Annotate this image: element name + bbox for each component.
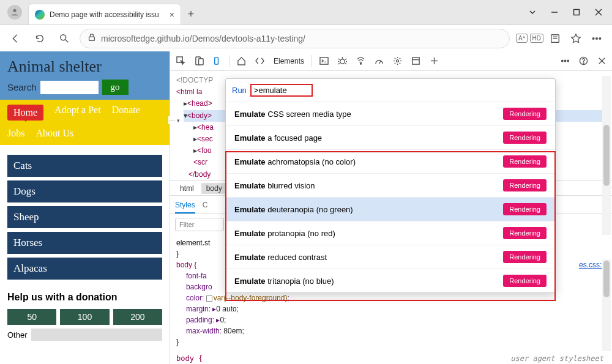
search-icon[interactable] [55, 29, 73, 48]
minimize-button[interactable] [545, 4, 564, 21]
nav-about[interactable]: About Us [35, 128, 73, 139]
svg-rect-7 [89, 37, 95, 40]
animal-item[interactable]: Alpacas [7, 258, 162, 280]
computed-tab[interactable]: C [203, 201, 208, 209]
titlebar: Demo page with accessibility issu × + [0, 0, 612, 24]
code-icon[interactable] [253, 54, 266, 68]
tab-title: Demo page with accessibility issu [50, 10, 165, 19]
svg-rect-17 [214, 58, 218, 64]
favorite-icon[interactable] [567, 29, 585, 48]
go-button[interactable]: go [102, 80, 129, 95]
command-item[interactable]: Emulate a focused pageRendering [226, 125, 555, 149]
text-size-badge[interactable]: Aᴬ [516, 34, 528, 43]
refresh-button[interactable] [31, 29, 49, 48]
performance-icon[interactable] [372, 54, 386, 68]
url-text: microsoftedge.github.io/Demos/devtools-a… [101, 34, 305, 43]
back-button[interactable] [6, 29, 24, 48]
close-tab-icon[interactable]: × [170, 10, 174, 20]
crumb-html[interactable]: html [175, 183, 199, 194]
svg-point-13 [599, 37, 601, 39]
webpage-panel: Animal shelter Search go Home Adopt a Pe… [0, 51, 170, 364]
settings-icon[interactable] [390, 54, 404, 68]
other-label: Other [7, 330, 28, 340]
command-item[interactable]: Emulate achromatopsia (no color)Renderin… [226, 149, 555, 173]
command-item[interactable]: Emulate protanopia (no red)Rendering [226, 221, 555, 245]
animal-item[interactable]: Horses [7, 232, 162, 254]
elements-tab[interactable]: Elements [271, 57, 307, 65]
page-search-input[interactable] [40, 81, 99, 94]
animal-list: CatsDogsSheepHorsesAlpacas [0, 145, 170, 289]
styles-tab[interactable]: Styles [175, 201, 195, 214]
devtools-tabs: Elements [170, 51, 612, 71]
plus-icon[interactable] [427, 54, 441, 68]
device-icon[interactable] [192, 54, 206, 68]
donation-heading: Help us with a donation [7, 292, 162, 303]
styles-scrollbar[interactable] [602, 259, 611, 351]
animal-item[interactable]: Sheep [7, 206, 162, 228]
maximize-button[interactable] [567, 4, 586, 21]
command-item[interactable]: Emulate blurred visionRendering [226, 173, 555, 197]
profile-avatar[interactable] [7, 5, 22, 20]
donation-button[interactable]: 100 [60, 309, 109, 325]
chevron-down-icon[interactable] [523, 4, 542, 21]
svg-point-22 [396, 60, 398, 62]
category-badge: Rendering [503, 275, 547, 287]
command-item[interactable]: Emulate deuteranopia (no green)Rendering [226, 197, 555, 221]
svg-line-6 [65, 39, 69, 42]
body-overflow-marker: ⋯▾ [168, 116, 181, 124]
network-icon[interactable] [354, 54, 367, 68]
inspect-icon[interactable] [174, 54, 187, 68]
application-icon[interactable] [409, 54, 422, 68]
new-tab-button[interactable]: + [182, 6, 200, 23]
svg-point-0 [13, 9, 16, 12]
nav-donate[interactable]: Donate [112, 105, 140, 121]
run-label: Run [232, 86, 247, 95]
animal-item[interactable]: Cats [7, 155, 162, 177]
search-label: Search [7, 82, 37, 92]
svg-point-12 [596, 37, 598, 39]
lock-icon [88, 33, 96, 43]
styles-filter[interactable] [175, 218, 224, 231]
category-badge: Rendering [503, 155, 547, 168]
close-devtools-icon[interactable] [595, 54, 608, 68]
svg-point-11 [592, 37, 594, 39]
other-input[interactable] [31, 329, 162, 341]
svg-rect-23 [412, 58, 419, 64]
svg-point-27 [561, 60, 562, 61]
crumb-body[interactable]: body [201, 183, 227, 194]
command-item[interactable]: Emulate tritanopia (no blue)Rendering [226, 269, 555, 292]
svg-point-31 [583, 63, 583, 64]
home-icon[interactable] [234, 54, 248, 68]
category-badge: Rendering [503, 108, 547, 120]
donation-row: 50100200 [7, 309, 162, 325]
welcome-icon[interactable] [211, 54, 224, 68]
browser-tab[interactable]: Demo page with accessibility issu × [28, 4, 181, 24]
svg-rect-2 [574, 10, 580, 15]
console-icon[interactable] [317, 54, 330, 68]
svg-point-19 [340, 59, 345, 64]
command-item[interactable]: Emulate CSS screen media typeRendering [226, 102, 555, 125]
help-icon[interactable] [577, 54, 590, 68]
close-window-button[interactable] [589, 4, 608, 21]
nav-jobs[interactable]: Jobs [7, 128, 24, 139]
elements-scrollbar[interactable] [602, 76, 611, 235]
nav-home[interactable]: Home [7, 105, 43, 121]
address-bar[interactable]: microsoftedge.github.io/Demos/devtools-a… [80, 29, 510, 48]
command-item[interactable]: Emulate reduced contrastRendering [226, 245, 555, 269]
bug-icon[interactable] [335, 54, 349, 68]
reader-icon[interactable] [546, 29, 564, 48]
donation-button[interactable]: 50 [7, 309, 56, 325]
browser-toolbar: microsoftedge.github.io/Demos/devtools-a… [0, 24, 612, 51]
svg-point-20 [360, 63, 361, 64]
menu-icon[interactable] [588, 29, 606, 48]
svg-point-29 [567, 60, 568, 61]
edge-icon [35, 10, 45, 20]
more-icon[interactable] [558, 54, 572, 68]
hd-badge[interactable]: HD [530, 34, 543, 43]
page-nav: Home Adopt a Pet Donate Jobs About Us [0, 100, 170, 145]
nav-adopt[interactable]: Adopt a Pet [54, 105, 101, 121]
command-input[interactable] [254, 86, 309, 95]
donation-button[interactable]: 200 [113, 309, 162, 325]
page-title: Animal shelter [7, 58, 162, 76]
animal-item[interactable]: Dogs [7, 180, 162, 202]
